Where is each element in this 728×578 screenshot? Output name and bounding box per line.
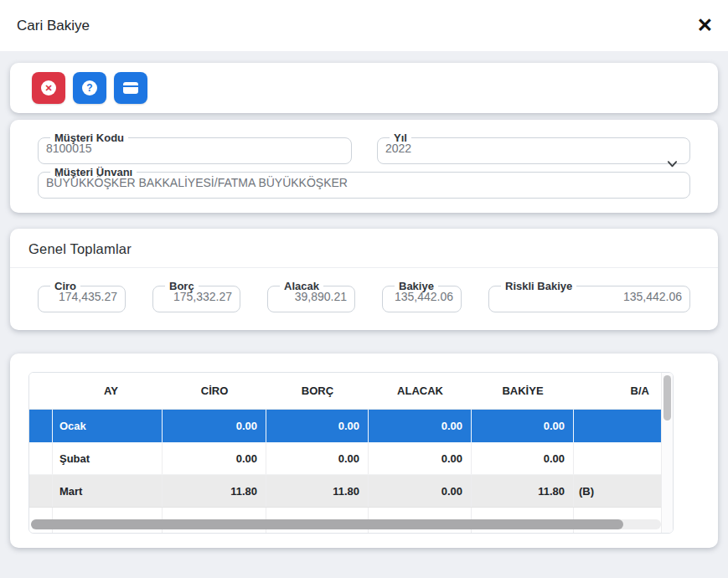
cancel-button[interactable]: ✕	[32, 72, 65, 104]
total-ciro-field: Ciro 174,435.27	[38, 281, 126, 312]
help-button[interactable]: ?	[73, 72, 106, 104]
row-selector-cell	[29, 475, 53, 507]
column-header-ciro[interactable]: CİRO	[163, 373, 266, 409]
modal-content: ✕ ? Müşteri Kodu 8100015 Yıl 2022 Müşter…	[0, 51, 728, 548]
column-header-ay[interactable]: AY	[53, 373, 163, 409]
cell-ba	[574, 410, 663, 442]
total-borc-field: Borç 175,332.27	[152, 281, 240, 312]
customer-code-field[interactable]: Müşteri Kodu 8100015	[38, 132, 352, 164]
page-title: Cari Bakiye	[17, 18, 90, 34]
horizontal-scrollbar-thumb[interactable]	[31, 519, 623, 529]
cell-bakiye: 0.00	[472, 410, 574, 442]
cell-ciro: 0.00	[163, 410, 266, 442]
total-riskli-bakiye-field: Riskli Bakiye 135,442.06	[488, 281, 690, 312]
totals-section: Genel Toplamlar Ciro 174,435.27 Borç 175…	[10, 229, 718, 330]
cell-ba	[574, 442, 663, 474]
column-header-alacak[interactable]: ALACAK	[369, 373, 472, 409]
grid-header-row: AY CİRO BORÇ ALACAK BAKİYE B/A	[29, 373, 673, 410]
total-bakiye-value: 135,442.06	[390, 290, 453, 303]
cell-ba: (B)	[574, 475, 663, 507]
year-select[interactable]: Yıl 2022	[377, 132, 690, 164]
cell-alacak: 0.00	[369, 475, 472, 507]
horizontal-scrollbar[interactable]	[31, 519, 661, 529]
customer-code-value[interactable]: 8100015	[46, 142, 343, 155]
table-row-mart[interactable]: Mart 11.80 11.80 0.00 11.80 (B)	[29, 475, 673, 508]
vertical-scrollbar-thumb[interactable]	[663, 375, 671, 421]
column-header-bakiye[interactable]: BAKİYE	[472, 373, 574, 409]
total-riskli-bakiye-label: Riskli Bakiye	[501, 281, 576, 292]
cell-ciro: 11.80	[163, 475, 266, 507]
monthly-balance-section: AY CİRO BORÇ ALACAK BAKİYE B/A Ocak 0.00…	[10, 354, 718, 548]
column-header-borc[interactable]: BORÇ	[266, 373, 369, 409]
close-icon[interactable]: ✕	[697, 16, 713, 35]
total-bakiye-field: Bakiye 135,442.06	[382, 281, 462, 312]
cell-borc: 0.00	[266, 442, 369, 474]
column-header-ba[interactable]: B/A	[574, 373, 663, 409]
cell-bakiye: 11.80	[472, 475, 574, 507]
window-icon	[123, 82, 138, 94]
vertical-scrollbar[interactable]	[661, 373, 673, 533]
window-button[interactable]	[114, 72, 147, 104]
question-circle-icon: ?	[82, 80, 97, 95]
total-alacak-field: Alacak 39,890.21	[267, 281, 355, 312]
selector-column-header	[29, 373, 53, 409]
cell-ciro: 0.00	[163, 442, 266, 474]
year-value[interactable]: 2022	[385, 142, 682, 155]
modal-header: Cari Bakiye ✕	[0, 0, 728, 51]
cell-bakiye: 0.00	[472, 442, 574, 474]
monthly-balance-grid: AY CİRO BORÇ ALACAK BAKİYE B/A Ocak 0.00…	[28, 372, 674, 534]
cell-borc: 0.00	[266, 410, 369, 442]
cell-alacak: 0.00	[369, 410, 472, 442]
customer-title-value[interactable]: BÜYÜKKÖŞKER BAKKALİYESİ/FATMA BÜYÜKKÖŞKE…	[46, 176, 682, 189]
totals-title: Genel Toplamlar	[10, 229, 718, 268]
cell-alacak: 0.00	[369, 442, 472, 474]
customer-title-field[interactable]: Müşteri Ünvanı BÜYÜKKÖŞKER BAKKALİYESİ/F…	[38, 167, 690, 199]
toolbar: ✕ ?	[10, 63, 718, 113]
table-row-subat[interactable]: Şubat 0.00 0.00 0.00 0.00	[29, 442, 673, 475]
x-circle-icon: ✕	[41, 80, 56, 95]
customer-form: Müşteri Kodu 8100015 Yıl 2022 Müşteri Ün…	[10, 120, 718, 213]
cell-month: Mart	[53, 475, 163, 507]
row-selector-cell	[29, 442, 53, 474]
chevron-down-icon	[666, 157, 679, 173]
cell-month: Ocak	[53, 410, 163, 442]
cell-month: Şubat	[53, 442, 163, 474]
row-selector-cell	[29, 410, 53, 442]
table-row-ocak[interactable]: Ocak 0.00 0.00 0.00 0.00	[29, 410, 673, 442]
cell-borc: 11.80	[266, 475, 369, 507]
